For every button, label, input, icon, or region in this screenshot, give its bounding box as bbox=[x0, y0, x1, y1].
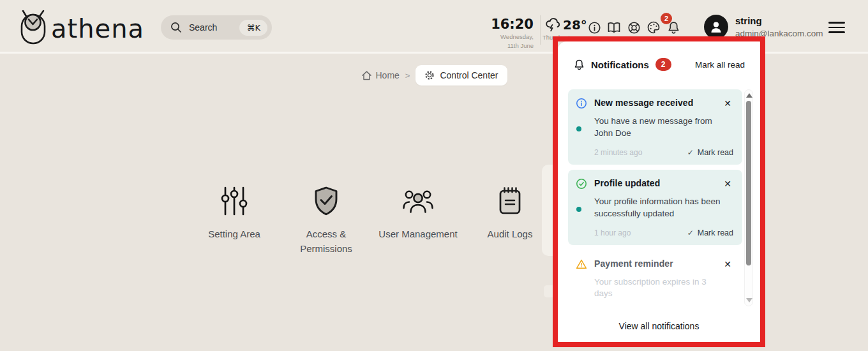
notification-item[interactable]: Payment reminder ✕ Your subscription exp… bbox=[568, 250, 742, 305]
sliders-icon bbox=[220, 181, 249, 221]
gear-icon bbox=[424, 70, 435, 80]
module-access-permissions[interactable]: Access & Permissions bbox=[285, 181, 368, 256]
check-circle-icon bbox=[576, 178, 587, 190]
warning-triangle-icon bbox=[576, 258, 587, 270]
notification-time: 2 minutes ago bbox=[594, 148, 642, 157]
owl-logo-icon bbox=[19, 9, 49, 45]
user-info[interactable]: string admin@lankacom.com bbox=[735, 15, 823, 38]
view-all-notifications-link[interactable]: View all notifications bbox=[558, 321, 760, 331]
home-icon bbox=[361, 70, 372, 81]
clock-date: 11th June bbox=[490, 42, 534, 50]
notifications-title: Notifications bbox=[591, 59, 649, 70]
breadcrumb-current[interactable]: Control Center bbox=[415, 65, 507, 86]
shield-check-icon bbox=[312, 181, 340, 221]
breadcrumb-home[interactable]: Home bbox=[361, 70, 400, 81]
unread-count-badge: 2 bbox=[655, 58, 671, 71]
notification-item[interactable]: Profile updated ✕ Your profile informati… bbox=[568, 170, 742, 245]
notification-message: You have a new message from John Doe bbox=[594, 116, 733, 140]
scrollbar-thumb[interactable] bbox=[746, 101, 751, 265]
user-name: string bbox=[735, 15, 823, 26]
notification-message: Your subscription expires in 3 days bbox=[594, 276, 733, 301]
module-user-management[interactable]: User Management bbox=[377, 181, 460, 256]
close-icon[interactable]: ✕ bbox=[722, 98, 733, 109]
search-placeholder: Search bbox=[189, 22, 217, 33]
bell-outline-icon bbox=[573, 59, 585, 71]
breadcrumb-current-label: Control Center bbox=[440, 70, 498, 80]
breadcrumb-separator: > bbox=[405, 71, 410, 80]
menu-icon[interactable] bbox=[828, 22, 845, 33]
clock-weekday: Wednesday, bbox=[490, 33, 534, 41]
module-label: Access & Permissions bbox=[285, 227, 368, 256]
mark-read-button[interactable]: ✓Mark read bbox=[687, 148, 733, 157]
clock-time: 16:20 bbox=[490, 17, 534, 32]
audit-log-icon bbox=[497, 181, 523, 221]
notification-count-badge[interactable]: 2 bbox=[661, 13, 672, 24]
logo-wordmark: athena bbox=[51, 16, 144, 41]
mark-all-read-button[interactable]: Mark all read bbox=[695, 60, 745, 70]
theme-icon[interactable] bbox=[646, 20, 661, 35]
breadcrumb-home-label: Home bbox=[376, 70, 400, 80]
search-input[interactable]: Search ⌘K bbox=[161, 15, 272, 40]
search-icon bbox=[170, 22, 182, 33]
app-logo[interactable]: athena bbox=[19, 9, 144, 45]
support-icon[interactable] bbox=[626, 20, 641, 35]
module-label: Audit Logs bbox=[488, 227, 533, 242]
guide-icon[interactable] bbox=[606, 20, 622, 35]
search-shortcut-badge: ⌘K bbox=[239, 20, 267, 36]
notifications-header: Notifications 2 Mark all read bbox=[573, 58, 745, 71]
scroll-down-arrow-icon[interactable] bbox=[746, 298, 752, 302]
header-divider bbox=[540, 15, 541, 45]
module-label: Setting Area bbox=[208, 227, 260, 242]
unread-dot bbox=[576, 126, 581, 131]
notifications-list: New message received ✕ You have a new me… bbox=[568, 89, 742, 305]
info-circle-icon bbox=[576, 98, 587, 109]
notification-title: Profile updated bbox=[594, 178, 660, 188]
close-icon[interactable]: ✕ bbox=[722, 178, 733, 190]
notification-time: 1 hour ago bbox=[594, 228, 631, 237]
weather-temperature: 28° bbox=[563, 17, 587, 33]
check-icon: ✓ bbox=[687, 148, 694, 157]
control-center-modules: Setting Area Access & Permissions bbox=[193, 181, 551, 256]
notification-title: New message received bbox=[594, 98, 693, 108]
module-label: User Management bbox=[378, 227, 457, 242]
storm-cloud-icon bbox=[544, 16, 562, 33]
unread-dot bbox=[576, 207, 581, 212]
module-audit-logs[interactable]: Audit Logs bbox=[468, 181, 551, 256]
close-icon[interactable]: ✕ bbox=[722, 258, 733, 270]
notifications-panel: Notifications 2 Mark all read bbox=[558, 41, 760, 342]
scroll-up-arrow-icon[interactable] bbox=[746, 93, 752, 98]
check-icon: ✓ bbox=[687, 228, 694, 237]
notification-item[interactable]: New message received ✕ You have a new me… bbox=[568, 89, 742, 165]
clock-widget: 16:20 Wednesday, 11th June bbox=[490, 17, 534, 50]
users-icon bbox=[402, 181, 434, 221]
screen: athena Search ⌘K 16:20 Wednesday, 11th J… bbox=[0, 0, 868, 351]
notifications-annotation-box: Notifications 2 Mark all read bbox=[553, 36, 765, 347]
module-setting-area[interactable]: Setting Area bbox=[193, 181, 276, 256]
user-avatar[interactable] bbox=[704, 15, 728, 39]
info-icon[interactable] bbox=[587, 20, 602, 35]
weather-widget: 28° bbox=[544, 16, 587, 33]
panel-scrollbar[interactable] bbox=[744, 89, 753, 306]
notification-message: Your profile information has been succes… bbox=[594, 196, 733, 220]
mark-read-button[interactable]: ✓Mark read bbox=[687, 228, 733, 237]
notification-title: Payment reminder bbox=[594, 258, 673, 269]
